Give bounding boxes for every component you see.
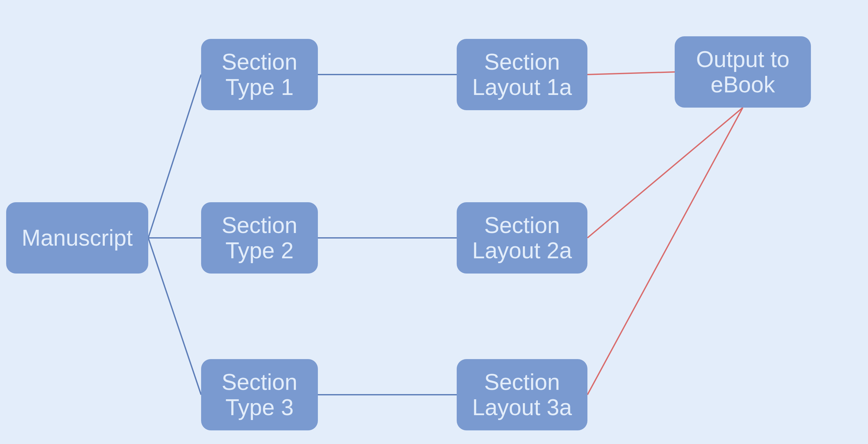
node-section-layout-1a: Section Layout 1a <box>457 39 587 110</box>
diagram-canvas: Manuscript Section Type 1 Section Type 2… <box>0 0 868 444</box>
node-section-type-2: Section Type 2 <box>201 202 318 274</box>
edge-layout2a-output <box>587 108 743 238</box>
node-label: Section Type 2 <box>208 213 311 264</box>
node-section-type-1: Section Type 1 <box>201 39 318 110</box>
node-manuscript: Manuscript <box>6 202 148 274</box>
node-label: Output to eBook <box>681 47 804 98</box>
node-label: Section Layout 1a <box>463 49 581 100</box>
node-label: Section Layout 3a <box>463 370 581 420</box>
edge-layout3a-output <box>587 108 743 395</box>
node-label: Section Type 3 <box>208 370 311 420</box>
node-label: Section Layout 2a <box>463 213 581 264</box>
edge-layout1a-output <box>587 72 675 74</box>
edge-manuscript-section3 <box>148 238 201 395</box>
node-label: Manuscript <box>22 225 133 250</box>
node-section-layout-2a: Section Layout 2a <box>457 202 587 274</box>
node-section-type-3: Section Type 3 <box>201 359 318 431</box>
node-label: Section Type 1 <box>208 49 311 100</box>
edge-manuscript-section1 <box>148 74 201 238</box>
node-section-layout-3a: Section Layout 3a <box>457 359 587 431</box>
node-output-ebook: Output to eBook <box>675 36 811 108</box>
